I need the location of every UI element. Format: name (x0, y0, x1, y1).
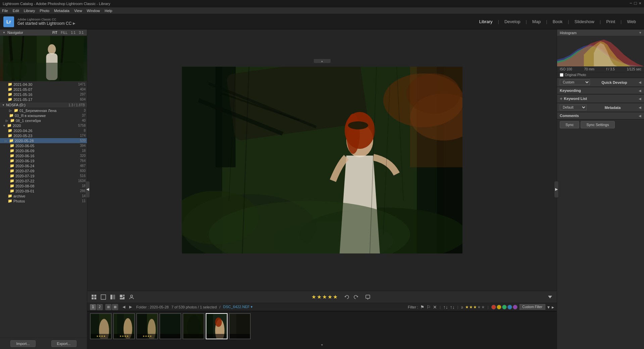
compare-view-btn[interactable] (109, 293, 117, 301)
metadata-preset-select[interactable]: Default EXIF IPTC (560, 105, 587, 110)
filmstrip-thumb-2[interactable]: ★ ★ ★ ★ (113, 313, 135, 339)
flag-btn[interactable] (364, 293, 372, 301)
color-blue-dot[interactable] (507, 305, 512, 309)
image-view[interactable] (87, 30, 557, 291)
folder-2020-06-24[interactable]: 📁 2020-06-24 487 (0, 163, 87, 168)
star-4[interactable]: ★ (328, 294, 332, 300)
filmstrip-thumb-7[interactable] (229, 313, 251, 339)
quick-develop-header[interactable]: Custom Adobe Landscape Adobe Portrait Qu… (557, 78, 644, 87)
folder-2020-07-22[interactable]: 📁 2020-07-22 1634 (0, 178, 87, 183)
folder-2020-06-09[interactable]: 📁 2020-06-09 18 (0, 148, 87, 153)
survey-view-btn[interactable] (118, 293, 126, 301)
filter-star-4[interactable]: ★ (477, 305, 481, 309)
custom-filter-button[interactable]: Custom Filter (519, 304, 545, 310)
nav-size-fill[interactable]: FILL (60, 31, 68, 35)
folder-2020-05-28[interactable]: ▷ 📁 2020-05-28 539 (0, 138, 87, 143)
title-bar-buttons[interactable]: − □ × (630, 1, 641, 6)
nav-slideshow[interactable]: Slideshow (571, 18, 598, 25)
nav-develop[interactable]: Develop (501, 18, 524, 25)
filmstrip-expand-btn[interactable] (546, 293, 554, 301)
folder-2021-04-30[interactable]: 📁 2021-04-30 1471 (0, 82, 87, 87)
loupe-view-btn[interactable] (99, 293, 107, 301)
menu-help[interactable]: Help (105, 9, 112, 13)
histogram-header[interactable]: Histogram ▾ (557, 30, 644, 36)
right-panel-toggle[interactable]: ▶ (554, 181, 559, 198)
filter-star-5[interactable]: ★ (481, 305, 485, 309)
filmstrip-bottom-arrow[interactable]: ▼ (320, 343, 324, 347)
import-button[interactable]: Import... (10, 340, 35, 347)
close-button[interactable]: × (639, 1, 641, 6)
page-2-btn[interactable]: 2 (97, 304, 103, 310)
folder-2020-07-09[interactable]: 📁 2020-07-09 600 (0, 168, 87, 173)
flag-filter-icon[interactable]: ⚑ (420, 304, 425, 310)
preset-select[interactable]: Custom Adobe Landscape Adobe Portrait (560, 79, 590, 85)
folder-2020-09-01[interactable]: 📁 2020-09-01 286 (0, 188, 87, 193)
menu-view[interactable]: View (74, 9, 82, 13)
sync-button[interactable]: Sync (560, 121, 579, 128)
sort-asc-icon[interactable]: ↑↓ (443, 304, 448, 310)
folder-2020-08-08[interactable]: 📁 2020-08-08 18 (0, 183, 87, 188)
folder-08-sentyabr[interactable]: ▷ 📁 08_1 сентября 40 (0, 118, 87, 123)
filmstrip-thumb-3[interactable]: ★ ★ ★ ★ (136, 313, 158, 339)
folder-2020-06-19[interactable]: 📁 2020-06-19 764 (0, 158, 87, 163)
folder-2020-05-23[interactable]: 📁 2020-05-23 174 (0, 133, 87, 138)
folder-2020[interactable]: ▼ 📁 2020 5758 (0, 123, 87, 128)
keywording-header[interactable]: Keywording ◀ (557, 87, 644, 94)
nav-size-3to1[interactable]: 3:1 (78, 31, 84, 35)
filmstrip-thumb-4[interactable] (159, 313, 181, 339)
menu-photo[interactable]: Photo (40, 9, 49, 13)
filter-star-1[interactable]: ★ (465, 305, 469, 309)
folder-2021-05-16[interactable]: 📁 2021-05-16 297 (0, 92, 87, 97)
folder-2020-07-19[interactable]: 📁 2020-07-19 516 (0, 173, 87, 178)
color-green-dot[interactable] (502, 305, 507, 309)
folder-01-beremennaya[interactable]: ▷ 📁 01_Беременная Лена 3 (0, 108, 87, 113)
folder-2020-04-26[interactable]: 📁 2020-04-26 8 (0, 128, 87, 133)
color-red-dot[interactable] (491, 305, 496, 309)
star-3[interactable]: ★ (322, 294, 327, 300)
folder-2021-05-17[interactable]: 📁 2021-05-17 604 (0, 97, 87, 102)
rejected-filter-icon[interactable]: ✕ (433, 304, 437, 310)
star-2[interactable]: ★ (317, 294, 321, 300)
nav-size-fit[interactable]: FIT (52, 31, 58, 35)
color-purple-dot[interactable] (513, 305, 517, 309)
menu-library[interactable]: Library (24, 9, 35, 13)
nav-size-1to1[interactable]: 1:1 (70, 31, 76, 35)
grid-btn[interactable]: ⊞ (105, 304, 111, 310)
rotate-left-btn[interactable] (343, 293, 351, 301)
navigator-header[interactable]: ▼ Navigator FIT FILL 1:1 3:1 (0, 30, 87, 36)
metadata-header[interactable]: Default EXIF IPTC Metadata ◀ (557, 103, 644, 112)
sync-settings-button[interactable]: Sync Settings (581, 121, 614, 128)
menu-file[interactable]: File (2, 9, 8, 13)
keyword-list-plus[interactable]: + (560, 96, 562, 101)
keyword-list-header[interactable]: + Keyword List ◀ (557, 94, 644, 103)
original-photo-checkbox[interactable] (560, 73, 563, 77)
color-yellow-dot[interactable] (497, 305, 501, 309)
folder-03-kokoshnik[interactable]: 📁 03_Я в кокошнике 37 (0, 113, 87, 118)
nav-book[interactable]: Book (549, 18, 566, 25)
maximize-button[interactable]: □ (634, 1, 637, 6)
folder-2021-05-07[interactable]: 📁 2021-05-07 404 (0, 87, 87, 92)
comments-header[interactable]: Comments ◀ (557, 112, 644, 119)
filter-star-2[interactable]: ★ (469, 305, 473, 309)
page-1-btn[interactable]: 1 (90, 304, 96, 310)
nav-library[interactable]: Library (476, 18, 496, 25)
filmstrip-thumb-1[interactable]: ★ ★ ★ ★ (90, 313, 112, 339)
filename[interactable]: DSC_6422.NEF ▾ (223, 305, 253, 309)
rotate-right-btn[interactable] (352, 293, 360, 301)
logo-arrow[interactable]: ▶ (73, 21, 76, 25)
folder-photos[interactable]: 📁 Photos 11 (0, 198, 87, 203)
filter-star-3[interactable]: ★ (473, 305, 477, 309)
next-arrow[interactable]: ▶ (128, 304, 134, 310)
nav-web[interactable]: Web (624, 18, 640, 25)
folder-archive[interactable]: 📁 archive 14 (0, 193, 87, 198)
menu-metadata[interactable]: Metadata (54, 9, 69, 13)
filmstrip-thumb-6-selected[interactable] (206, 313, 228, 339)
top-panel-toggle[interactable]: ▲ (314, 59, 331, 63)
folder-2020-06-16[interactable]: 📁 2020-06-16 320 (0, 153, 87, 158)
filmstrip-thumb-5[interactable] (183, 313, 204, 339)
nav-print[interactable]: Print (603, 18, 618, 25)
flag-filter-icon-2[interactable]: ⚐ (427, 304, 431, 310)
star-1[interactable]: ★ (311, 294, 316, 300)
people-view-btn[interactable] (128, 293, 136, 301)
min-star-icon[interactable]: ≥ (461, 305, 463, 309)
